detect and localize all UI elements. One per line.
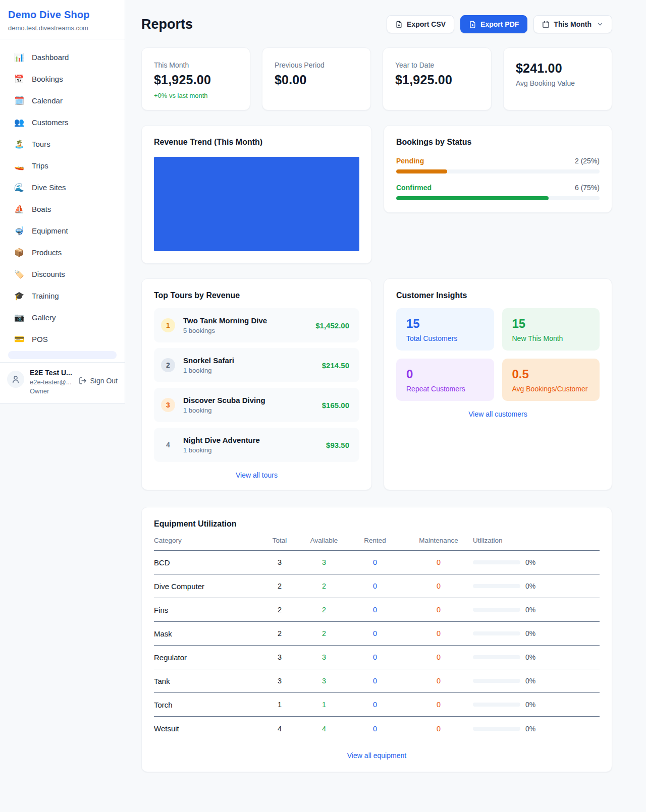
- insight-tile-avg-bookings: 0.5 Avg Bookings/Customer: [502, 359, 600, 401]
- sidebar-item-label: Training: [32, 292, 59, 300]
- sidebar-item-trips[interactable]: 🚤Trips: [4, 155, 121, 177]
- maintenance-count: 0: [404, 606, 473, 614]
- shop-domain: demo.test.divestreams.com: [8, 24, 117, 32]
- equipment-utilization-card: Equipment Utilization Category Total Ava…: [141, 507, 612, 772]
- total-count: 3: [257, 677, 302, 685]
- sidebar-item-label: Gallery: [32, 313, 56, 322]
- sidebar-item-selected-partial[interactable]: [8, 351, 117, 359]
- tour-row: 4 Night Dive Adventure1 booking $93.50: [154, 428, 359, 462]
- insight-label: Avg Bookings/Customer: [512, 385, 590, 393]
- tour-amount: $1,452.00: [315, 321, 349, 330]
- sidebar-nav: 📊Dashboard 📅Bookings 🗓️Calendar 👥Custome…: [0, 39, 125, 362]
- equipment-category: Torch: [154, 701, 257, 709]
- calendar-pad-icon: 🗓️: [14, 96, 24, 105]
- sailboat-icon: ⛵: [14, 204, 24, 214]
- sidebar-item-label: Dashboard: [32, 53, 69, 62]
- sidebar-item-bookings[interactable]: 📅Bookings: [4, 68, 121, 90]
- table-row: Dive Computer 2 2 0 0 0%: [154, 574, 600, 598]
- status-count: 2 (25%): [575, 157, 600, 165]
- equipment-category: Regulator: [154, 653, 257, 662]
- file-download-icon: [395, 21, 403, 28]
- export-csv-button[interactable]: Export CSV: [387, 15, 454, 33]
- rented-count: 0: [346, 582, 404, 590]
- sidebar-item-gallery[interactable]: 📷Gallery: [4, 307, 121, 328]
- sidebar-item-equipment[interactable]: 🤿Equipment: [4, 220, 121, 242]
- rank-badge: 1: [161, 318, 175, 332]
- calendar-date-icon: 📅: [14, 74, 24, 84]
- sidebar-item-label: Trips: [32, 161, 48, 170]
- available-count: 1: [302, 701, 346, 709]
- progress-fill: [396, 196, 549, 200]
- total-count: 2: [257, 606, 302, 614]
- insight-tile-total-customers: 15 Total Customers: [396, 308, 494, 351]
- rented-count: 0: [346, 558, 404, 566]
- utilization-cell: 0%: [473, 701, 600, 709]
- sidebar-item-discounts[interactable]: 🏷️Discounts: [4, 263, 121, 285]
- insight-tile-repeat-customers: 0 Repeat Customers: [396, 359, 494, 401]
- utilization-cell: 0%: [473, 725, 600, 733]
- sidebar-user-panel: E2E Test U... e2e-tester@... Owner Sign …: [0, 362, 125, 403]
- rank-badge: 3: [161, 398, 175, 412]
- view-all-customers-link[interactable]: View all customers: [468, 410, 527, 418]
- main-content: Reports Export CSV Export PDF This Month…: [141, 0, 612, 794]
- sidebar-item-label: Products: [32, 248, 62, 257]
- insight-value: 0.5: [512, 367, 590, 381]
- sidebar-item-label: Calendar: [32, 96, 63, 105]
- sidebar-item-calendar[interactable]: 🗓️Calendar: [4, 90, 121, 111]
- sidebar-item-tours[interactable]: 🏝️Tours: [4, 133, 121, 155]
- stat-card-year-to-date: Year to Date $1,925.00: [383, 47, 492, 110]
- stat-label: Previous Period: [275, 61, 358, 69]
- equipment-category: Dive Computer: [154, 582, 257, 591]
- sign-out-button[interactable]: Sign Out: [79, 377, 118, 385]
- tour-row: 3 Discover Scuba Diving1 booking $165.00: [154, 388, 359, 422]
- sidebar-item-label: Customers: [32, 118, 69, 127]
- export-pdf-button[interactable]: Export PDF: [460, 15, 527, 33]
- maintenance-count: 0: [404, 558, 473, 566]
- sidebar-item-dive-sites[interactable]: 🌊Dive Sites: [4, 177, 121, 198]
- utilization-cell: 0%: [473, 629, 600, 637]
- utilization-cell: 0%: [473, 582, 600, 590]
- column-header-maintenance: Maintenance: [404, 537, 473, 544]
- sidebar-item-label: Boats: [32, 205, 51, 213]
- utilization-track: [473, 631, 520, 635]
- rank-badge: 4: [161, 438, 175, 452]
- equipment-category: Fins: [154, 606, 257, 614]
- shop-name: Demo Dive Shop: [8, 9, 117, 21]
- sidebar-item-label: Discounts: [32, 270, 65, 278]
- sidebar-item-dashboard[interactable]: 📊Dashboard: [4, 46, 121, 68]
- status-label: Confirmed: [396, 184, 432, 192]
- maintenance-count: 0: [404, 677, 473, 685]
- period-dropdown[interactable]: This Month: [533, 15, 612, 33]
- maintenance-count: 0: [404, 629, 473, 637]
- customer-insights-card: Customer Insights 15 Total Customers 15 …: [384, 278, 612, 490]
- stat-delta: +0% vs last month: [154, 92, 238, 99]
- table-row: Mask 2 2 0 0 0%: [154, 622, 600, 646]
- utilization-percent: 0%: [525, 677, 535, 685]
- credit-card-icon: 💳: [14, 334, 24, 344]
- stat-card-avg-booking-value: $241.00 Avg Booking Value: [503, 47, 612, 110]
- utilization-track: [473, 608, 520, 612]
- sidebar-item-training[interactable]: 🎓Training: [4, 285, 121, 307]
- stat-label: This Month: [154, 61, 238, 69]
- equipment-category: BCD: [154, 558, 257, 567]
- sidebar-item-boats[interactable]: ⛵Boats: [4, 198, 121, 220]
- column-header-available: Available: [302, 537, 346, 544]
- rented-count: 0: [346, 653, 404, 661]
- tour-bookings: 1 booking: [183, 367, 234, 374]
- export-csv-label: Export CSV: [407, 20, 446, 28]
- total-count: 2: [257, 582, 302, 590]
- rented-count: 0: [346, 629, 404, 637]
- utilization-track: [473, 655, 520, 659]
- sidebar-item-customers[interactable]: 👥Customers: [4, 111, 121, 133]
- sidebar-item-products[interactable]: 📦Products: [4, 242, 121, 263]
- sidebar-item-label: POS: [32, 335, 48, 343]
- tag-icon: 🏷️: [14, 269, 24, 279]
- package-icon: 📦: [14, 248, 24, 257]
- rented-count: 0: [346, 677, 404, 685]
- stat-value: $1,925.00: [395, 73, 479, 87]
- table-row: Fins 2 2 0 0 0%: [154, 598, 600, 622]
- view-all-equipment-link[interactable]: View all equipment: [347, 751, 406, 760]
- utilization-percent: 0%: [525, 629, 535, 637]
- view-all-tours-link[interactable]: View all tours: [236, 471, 278, 479]
- sidebar-item-pos[interactable]: 💳POS: [4, 328, 121, 350]
